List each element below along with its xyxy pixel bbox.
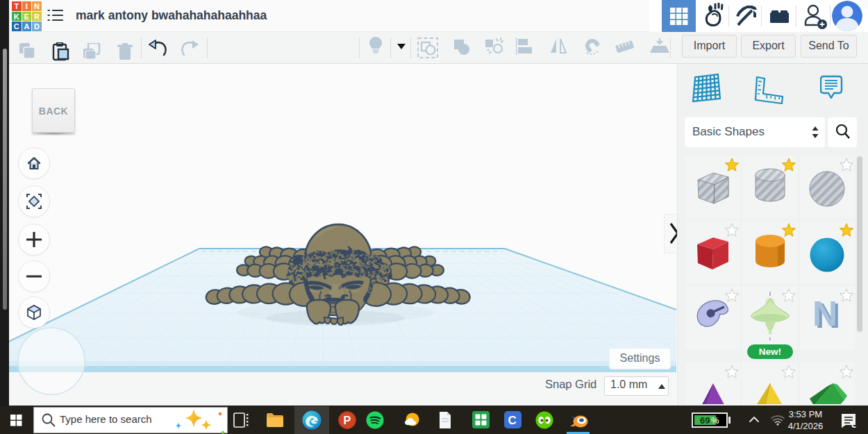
svg-text:P: P: [344, 415, 351, 426]
svg-text:C: C: [508, 414, 517, 427]
svg-text:%: %: [711, 415, 719, 426]
svg-text:69: 69: [700, 415, 710, 426]
svg-text:N: N: [812, 294, 837, 333]
